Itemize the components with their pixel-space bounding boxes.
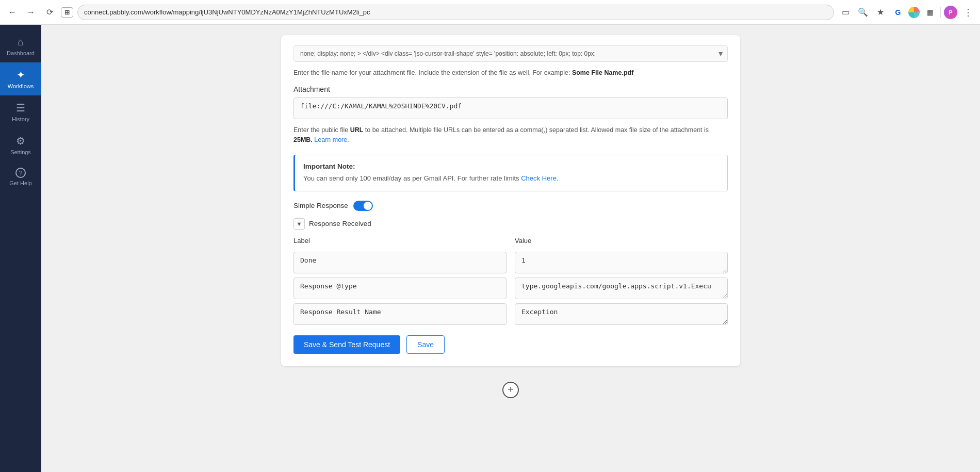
reload-button[interactable]: ⟳ xyxy=(42,5,57,20)
response-grid: Done 1 Response @type type.googleapis.co… xyxy=(293,252,728,325)
response-received-header[interactable]: ▼ Response Received xyxy=(293,218,728,230)
sidebar-item-settings[interactable]: ⚙ Settings xyxy=(0,128,41,161)
scroll-hint-text: none; display: none; > </div> <div class… xyxy=(300,50,596,57)
tab-indicator-button[interactable]: ⊞ xyxy=(61,7,73,18)
zoom-button[interactable]: 🔍 xyxy=(856,5,870,20)
response-headers-row: Label Value xyxy=(293,237,728,248)
dashboard-icon: ⌂ xyxy=(18,36,24,48)
file-name-hint: Enter the file name for your attachment … xyxy=(293,68,728,78)
sidebar-label-workflows: Workflows xyxy=(8,83,34,89)
sidebar-item-dashboard[interactable]: ⌂ Dashboard xyxy=(0,30,41,62)
help-icon: ? xyxy=(15,168,26,178)
attachment-label: Attachment xyxy=(293,85,728,93)
main-layout: ⌂ Dashboard ✦ Workflows ☰ History ⚙ Sett… xyxy=(0,0,980,472)
settings-icon: ⚙ xyxy=(16,135,25,147)
add-step-button[interactable]: + xyxy=(502,382,519,398)
response-label-0[interactable]: Done xyxy=(293,252,507,273)
value-col-header: Value xyxy=(515,237,728,245)
workflows-icon: ✦ xyxy=(17,69,25,81)
simple-response-toggle[interactable] xyxy=(353,201,373,211)
browser-chrome: ← → ⟳ ⊞ connect.pabbly.com/workflow/mapp… xyxy=(0,0,980,25)
label-col-header: Label xyxy=(293,237,507,245)
sidebar-label-get-help: Get Help xyxy=(9,180,31,186)
simple-response-row: Simple Response xyxy=(293,201,728,211)
response-value-2[interactable]: Exception xyxy=(515,303,728,325)
profile-avatar[interactable]: P xyxy=(944,6,957,19)
scroll-hint-bar: none; display: none; > </div> <div class… xyxy=(293,45,728,62)
response-value-0[interactable]: 1 xyxy=(515,252,728,273)
extensions-menu-button[interactable]: ▦ xyxy=(923,5,937,20)
check-here-link[interactable]: Check Here. xyxy=(521,174,558,182)
response-label-2[interactable]: Response Result Name xyxy=(293,303,507,325)
response-received-label: Response Received xyxy=(309,220,371,227)
sidebar-label-settings: Settings xyxy=(10,149,31,155)
bookmark-button[interactable]: ★ xyxy=(873,5,888,20)
screen-cast-button[interactable]: ▭ xyxy=(838,5,853,20)
sidebar-item-workflows[interactable]: ✦ Workflows xyxy=(0,62,41,95)
back-button[interactable]: ← xyxy=(5,5,20,20)
response-value-1[interactable]: type.googleapis.com/google.apps.script.v… xyxy=(515,278,728,299)
important-note-title: Important Note: xyxy=(303,162,719,170)
sidebar-label-dashboard: Dashboard xyxy=(7,50,35,56)
history-icon: ☰ xyxy=(16,102,25,114)
response-label-1[interactable]: Response @type xyxy=(293,278,507,299)
important-note-body: You can send only 100 email/day as per G… xyxy=(303,173,719,184)
sidebar-item-get-help[interactable]: ? Get Help xyxy=(0,161,41,192)
learn-more-link[interactable]: Learn more. xyxy=(314,136,349,143)
sidebar: ⌂ Dashboard ✦ Workflows ☰ History ⚙ Sett… xyxy=(0,25,41,472)
simple-response-label: Simple Response xyxy=(293,202,348,209)
address-bar[interactable]: connect.pabbly.com/workflow/mapping/ljU3… xyxy=(77,5,834,20)
main-card: none; display: none; > </div> <div class… xyxy=(281,35,740,366)
save-send-test-button[interactable]: Save & Send Test Request xyxy=(293,335,400,354)
grammarly-button[interactable]: G xyxy=(891,5,905,20)
browser-actions: ▭ 🔍 ★ G ▦ P ⋮ xyxy=(838,5,975,20)
browser-menu-button[interactable]: ⋮ xyxy=(960,5,975,20)
forward-button[interactable]: → xyxy=(24,5,38,20)
save-button[interactable]: Save xyxy=(406,335,445,354)
button-row: Save & Send Test Request Save xyxy=(293,335,728,354)
divider xyxy=(940,7,941,18)
sidebar-item-history[interactable]: ☰ History xyxy=(0,95,41,128)
important-note-box: Important Note: You can send only 100 em… xyxy=(293,155,728,191)
url-text: connect.pabbly.com/workflow/mapping/ljU3… xyxy=(84,8,370,16)
attachment-hint: Enter the public file URL to be attached… xyxy=(293,125,728,145)
sidebar-label-history: History xyxy=(12,116,29,122)
content-area: none; display: none; > </div> <div class… xyxy=(41,25,980,472)
color-extension-icon[interactable] xyxy=(908,7,920,18)
chevron-down-icon[interactable]: ▼ xyxy=(293,218,305,230)
attachment-input[interactable]: file:///C:/KAMAL/KAMAL%20SHINDE%20CV.pdf xyxy=(293,97,728,119)
scroll-hint-arrow-icon[interactable]: ▼ xyxy=(717,50,724,58)
